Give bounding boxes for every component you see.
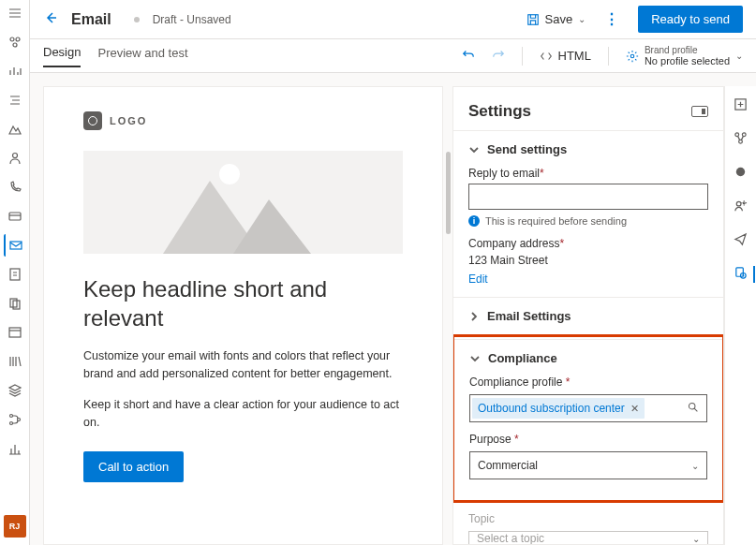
undo-icon[interactable] bbox=[462, 48, 475, 64]
company-address-value: 123 Main Street bbox=[468, 254, 708, 267]
reply-to-input[interactable] bbox=[468, 184, 708, 210]
send-settings-header[interactable]: Send settings bbox=[468, 142, 708, 156]
svg-point-18 bbox=[742, 133, 746, 137]
email-body-2[interactable]: Keep it short and have a clear action fo… bbox=[83, 396, 403, 432]
left-nav-rail: RJ bbox=[0, 0, 30, 545]
svg-point-20 bbox=[736, 168, 745, 176]
svg-point-14 bbox=[630, 54, 634, 58]
canvas-wrap: LOGO Keep headline short and relevant Cu… bbox=[30, 73, 452, 545]
topic-label: Topic bbox=[453, 503, 723, 525]
purpose-label: Purpose * bbox=[469, 433, 519, 446]
send-preview-icon[interactable] bbox=[734, 232, 748, 249]
chevron-down-icon: ⌄ bbox=[735, 51, 743, 61]
device-preview-icon[interactable] bbox=[691, 106, 708, 117]
nav-icon-mail[interactable] bbox=[4, 234, 26, 257]
save-chevron-icon[interactable]: ⌄ bbox=[578, 14, 586, 24]
tab-bar: Design Preview and test HTML Brand profi… bbox=[30, 39, 756, 73]
svg-point-2 bbox=[13, 43, 17, 47]
compliance-header[interactable]: Compliance bbox=[469, 351, 707, 365]
tab-preview[interactable]: Preview and test bbox=[97, 46, 187, 66]
company-address-label: Company address* bbox=[468, 237, 564, 250]
tab-design[interactable]: Design bbox=[43, 45, 81, 67]
reply-to-label: Reply to email* bbox=[468, 167, 544, 180]
hero-image-placeholder[interactable] bbox=[83, 151, 403, 254]
svg-rect-6 bbox=[10, 269, 20, 280]
brand-profile-selector[interactable]: Brand profile No profile selected ⌄ bbox=[626, 45, 743, 66]
topic-select[interactable]: Select a topic ⌄ bbox=[468, 531, 708, 545]
svg-point-21 bbox=[736, 201, 741, 206]
svg-point-15 bbox=[689, 403, 695, 409]
svg-rect-9 bbox=[9, 328, 21, 337]
page-header: Email Draft - Unsaved Save ⌄ ⋮ Ready to … bbox=[30, 0, 756, 39]
svg-point-3 bbox=[12, 154, 17, 158]
nav-icon-copy[interactable] bbox=[4, 292, 26, 315]
nav-icon-form[interactable] bbox=[4, 263, 26, 286]
email-canvas[interactable]: LOGO Keep headline short and relevant Cu… bbox=[43, 86, 443, 545]
status-dot bbox=[134, 17, 140, 22]
html-button[interactable]: HTML bbox=[540, 49, 591, 63]
chevron-down-icon: ⌄ bbox=[692, 534, 700, 544]
back-arrow-icon[interactable] bbox=[43, 10, 58, 28]
email-headline[interactable]: Keep headline short and relevant bbox=[83, 274, 403, 332]
nav-icon-card[interactable] bbox=[4, 205, 26, 228]
svg-point-17 bbox=[735, 133, 739, 137]
save-label: Save bbox=[545, 12, 573, 26]
nav-icon-chart[interactable] bbox=[4, 437, 26, 460]
sections-icon[interactable] bbox=[734, 131, 748, 148]
ready-to-send-button[interactable]: Ready to send bbox=[638, 6, 743, 33]
nav-icon-3[interactable] bbox=[4, 89, 26, 111]
email-logo: LOGO bbox=[83, 111, 403, 130]
nav-icon-2[interactable] bbox=[4, 60, 26, 82]
nav-icon-window[interactable] bbox=[4, 321, 26, 344]
email-body-1[interactable]: Customize your email with fonts and colo… bbox=[83, 347, 403, 383]
svg-rect-4 bbox=[9, 213, 21, 220]
settings-title: Settings bbox=[468, 102, 531, 121]
chip-remove-icon[interactable]: ✕ bbox=[630, 403, 639, 415]
email-settings-section[interactable]: Email Settings bbox=[453, 297, 723, 334]
svg-point-22 bbox=[743, 202, 745, 204]
personalize-icon[interactable] bbox=[734, 199, 748, 215]
svg-point-0 bbox=[10, 37, 14, 41]
more-menu-icon[interactable]: ⋮ bbox=[599, 10, 625, 28]
compliance-profile-chip[interactable]: Outbound subscription center ✕ bbox=[472, 398, 645, 419]
right-tool-rail bbox=[724, 86, 756, 545]
redo-icon[interactable] bbox=[492, 48, 505, 64]
send-settings-section: Send settings Reply to email* iThis is r… bbox=[453, 130, 723, 297]
compliance-highlight: Compliance Compliance profile * Outbound… bbox=[452, 334, 724, 503]
purpose-select[interactable]: Commercial ⌄ bbox=[469, 451, 707, 479]
theme-icon[interactable] bbox=[734, 165, 748, 182]
nav-icon-layers[interactable] bbox=[4, 379, 26, 402]
canvas-scrollbar[interactable] bbox=[446, 152, 451, 234]
main-area: LOGO Keep headline short and relevant Cu… bbox=[30, 73, 756, 545]
compliance-profile-label: Compliance profile * bbox=[469, 376, 570, 389]
svg-point-1 bbox=[16, 37, 20, 41]
nav-icon-branch[interactable] bbox=[4, 408, 26, 431]
nav-icon-1[interactable] bbox=[4, 31, 26, 53]
add-element-icon[interactable] bbox=[734, 97, 748, 114]
save-button[interactable]: Save ⌄ bbox=[526, 12, 586, 26]
svg-rect-23 bbox=[736, 268, 744, 276]
search-icon[interactable] bbox=[679, 401, 706, 416]
settings-tool-icon[interactable] bbox=[734, 266, 755, 283]
hamburger-icon[interactable] bbox=[4, 2, 26, 24]
nav-icon-person[interactable] bbox=[4, 147, 26, 169]
svg-point-19 bbox=[739, 140, 743, 143]
nav-icon-phone[interactable] bbox=[4, 176, 26, 199]
chevron-down-icon: ⌄ bbox=[691, 461, 699, 471]
nav-icon-4[interactable] bbox=[4, 118, 26, 140]
edit-address-link[interactable]: Edit bbox=[468, 272, 488, 286]
nav-icon-library[interactable] bbox=[4, 350, 26, 373]
settings-panel: Settings Send settings Reply to email* i… bbox=[452, 86, 724, 545]
page-title: Email bbox=[71, 11, 111, 28]
compliance-profile-input[interactable]: Outbound subscription center ✕ bbox=[469, 394, 707, 422]
svg-rect-5 bbox=[10, 242, 22, 249]
user-avatar[interactable]: RJ bbox=[4, 515, 26, 538]
draft-status: Draft - Unsaved bbox=[153, 13, 231, 26]
svg-rect-13 bbox=[527, 14, 538, 24]
call-to-action-button[interactable]: Call to action bbox=[83, 451, 184, 482]
reply-required-info: iThis is required before sending bbox=[468, 215, 708, 227]
